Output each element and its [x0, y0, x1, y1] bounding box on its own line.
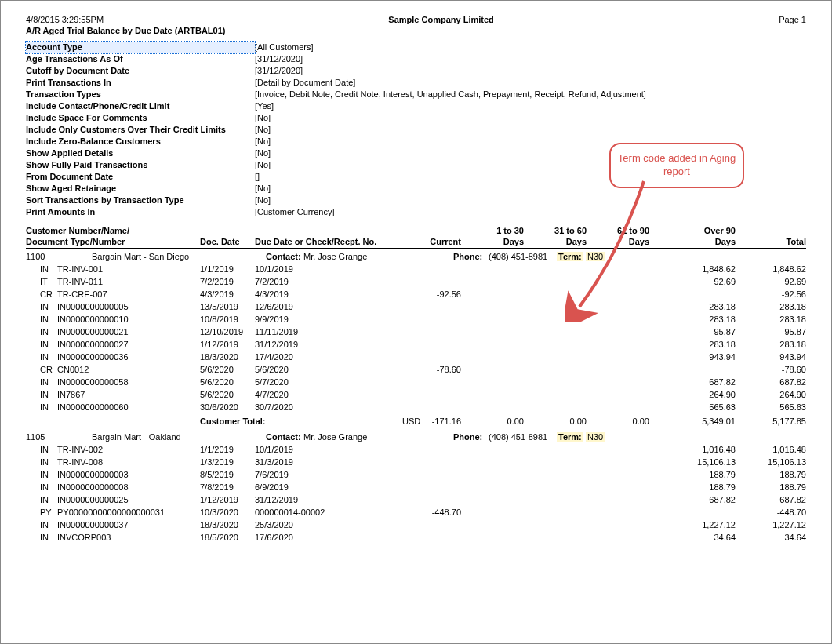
tx-over90: 188.79 [665, 482, 736, 492]
tx-type: CR [40, 289, 53, 299]
tx-doc-date: 5/6/2020 [200, 390, 234, 399]
param-value: [No] [255, 195, 271, 206]
transaction-row: ININ000000000002112/10/201911/11/201995.… [26, 327, 806, 340]
hdr-current: Current [398, 237, 461, 246]
tx-total: 92.69 [736, 277, 806, 286]
tx-doc-date: 7/2/2019 [200, 277, 234, 286]
tx-over90: 188.79 [665, 470, 736, 479]
tx-type: IN [40, 327, 49, 337]
param-row: Age Transactions As Of[31/12/2020] [26, 53, 806, 65]
transaction-row: ININ00000000000585/6/20205/7/2020687.826… [26, 377, 806, 390]
tx-total: 188.79 [736, 470, 806, 479]
tx-doc-date: 1/1/2019 [200, 264, 234, 274]
tx-current: -92.56 [398, 289, 461, 299]
transaction-row: ININ000000000003718/3/202025/3/20201,227… [26, 520, 806, 533]
param-row: Transaction Types[Invoice, Debit Note, C… [26, 89, 806, 100]
param-label: From Document Date [26, 171, 255, 183]
contact-name: Mr. Jose Grange [303, 432, 367, 442]
tx-number: IN0000000000037 [57, 520, 129, 529]
tx-over90: 687.82 [665, 495, 736, 504]
tx-due-date: 30/7/2020 [255, 402, 293, 412]
customer-total-b2: 0.00 [524, 417, 587, 426]
tx-type: IN [40, 340, 49, 349]
transaction-row: ININ000000000006030/6/202030/7/2020565.6… [26, 402, 806, 415]
tx-total: 188.79 [736, 482, 806, 492]
hdr-bucket1-top: 1 to 30 [461, 226, 524, 235]
transaction-row: ININ00000000000271/12/201931/12/2019283.… [26, 340, 806, 352]
tx-total: 1,016.48 [736, 445, 806, 454]
tx-number: IN0000000000005 [57, 302, 129, 311]
tx-over90: 34.64 [665, 533, 736, 542]
tx-doc-date: 18/3/2020 [200, 520, 238, 529]
column-headers: Customer Number/Name/ Document Type/Numb… [26, 226, 806, 249]
tx-due-date: 5/6/2020 [255, 365, 289, 374]
tx-type: IN [40, 377, 49, 387]
tx-type: IN [40, 495, 49, 504]
customer-id: 1100 [26, 252, 45, 261]
phone-value: (408) 451-8981 [489, 432, 547, 442]
tx-over90: 565.63 [665, 402, 736, 412]
tx-doc-date: 30/6/2020 [200, 402, 238, 412]
tx-type: CR [40, 365, 53, 374]
hdr-total: Total [736, 237, 806, 246]
param-row: Account Type[All Customers] [26, 42, 806, 53]
tx-type: IN [40, 264, 49, 274]
tx-total: 687.82 [736, 495, 806, 504]
hdr-over-bot: Days [665, 237, 736, 246]
term-value: N30 [586, 432, 605, 442]
tx-number: TR-CRE-007 [57, 289, 107, 299]
tx-over90: 283.18 [665, 315, 736, 324]
tx-due-date: 25/3/2020 [255, 520, 293, 529]
tx-number: IN0000000000003 [57, 470, 129, 479]
term-label: Term: [557, 252, 583, 261]
tx-over90: 95.87 [665, 327, 736, 337]
param-row: Include Only Customers Over Their Credit… [26, 124, 806, 136]
customer-total-over: 5,349.01 [665, 417, 736, 426]
tx-type: IN [40, 315, 49, 324]
tx-type: IN [40, 457, 49, 467]
tx-type: IN [40, 520, 49, 529]
tx-over90: 92.69 [665, 277, 736, 286]
tx-doc-date: 7/8/2019 [200, 482, 234, 492]
customer-name: Bargain Mart - Oakland [92, 432, 181, 442]
tx-due-date: 4/7/2020 [255, 390, 289, 399]
tx-type: IN [40, 470, 49, 479]
param-label: Include Zero-Balance Customers [26, 136, 255, 147]
tx-due-date: 31/12/2019 [255, 340, 298, 349]
tx-number: IN0000000000060 [57, 402, 129, 412]
tx-number: TR-INV-002 [57, 445, 103, 454]
transaction-row: ININ00000000000038/5/20197/6/2019188.791… [26, 470, 806, 482]
tx-total: -78.60 [736, 365, 806, 374]
hdr-doc-date: Doc. Date [200, 237, 240, 246]
param-value: [] [255, 171, 260, 183]
tx-due-date: 11/11/2019 [255, 327, 298, 337]
transaction-row: ININ00000000000251/12/201931/12/2019687.… [26, 495, 806, 508]
tx-total: 283.18 [736, 315, 806, 324]
tx-due-date: 10/1/2019 [255, 445, 293, 454]
tx-number: TR-INV-001 [57, 264, 103, 274]
tx-over90: 1,016.48 [665, 445, 736, 454]
param-label: Sort Transactions by Transaction Type [26, 195, 255, 206]
hdr-bucket1-bot: Days [461, 237, 524, 246]
tx-type: IN [40, 390, 49, 399]
tx-number: IN0000000000027 [57, 340, 129, 349]
tx-doc-date: 5/6/2020 [200, 377, 234, 387]
tx-over90: 943.94 [665, 352, 736, 362]
tx-due-date: 31/12/2019 [255, 495, 298, 504]
customer-row: 1100Bargain Mart - San DiegoContact:Mr. … [26, 252, 806, 264]
hdr-bucket3-bot: Days [587, 237, 649, 246]
report-page: 4/8/2015 3:29:55PM Sample Company Limite… [0, 0, 832, 644]
tx-due-date: 12/6/2019 [255, 302, 293, 311]
tx-number: CN0012 [57, 365, 89, 374]
param-value: [All Customers] [255, 42, 314, 53]
tx-number: IN0000000000008 [57, 482, 129, 492]
tx-doc-date: 1/1/2019 [200, 445, 234, 454]
param-value: [Customer Currency] [255, 206, 334, 218]
param-label: Show Fully Paid Transactions [26, 159, 255, 171]
tx-over90: 15,106.13 [665, 457, 736, 467]
tx-type: IT [40, 277, 48, 286]
hdr-customer-line1: Customer Number/Name/ [26, 226, 129, 235]
tx-due-date: 4/3/2019 [255, 289, 289, 299]
tx-number: IN0000000000036 [57, 352, 129, 362]
term-label: Term: [557, 432, 583, 442]
